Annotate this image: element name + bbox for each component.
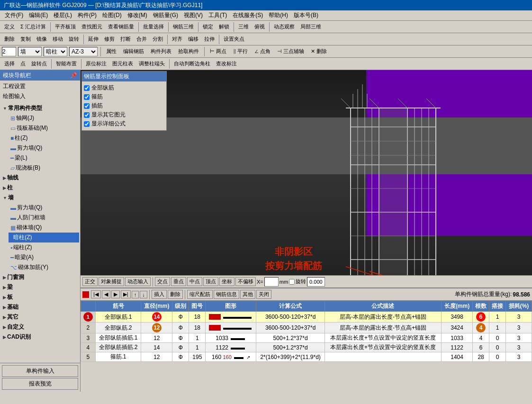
btn-move-down[interactable]: ↓	[140, 291, 147, 298]
menu-modify[interactable]: 修改(M)	[125, 10, 150, 20]
btn-single-element[interactable]: 单构件输入	[2, 365, 78, 377]
btn-midpoint[interactable]: 中点	[187, 277, 202, 286]
btn-rotate[interactable]: 旋转	[66, 34, 81, 44]
btn-other[interactable]: 其他	[240, 290, 255, 299]
btn-adjust-column-end[interactable]: 调整柱端头	[136, 59, 167, 69]
btn-stretch[interactable]: 拉伸	[202, 34, 217, 44]
nav-slab-section[interactable]: ▶ 板	[1, 292, 79, 302]
nav-column[interactable]: ■ 柱(Z)	[9, 133, 79, 143]
nav-column-section[interactable]: ▶ 柱	[1, 183, 79, 193]
table-row[interactable]: 3 全部纵筋插筋.1 12 Ф 1 1033 500+1.2*37*d 本层露出…	[81, 333, 532, 343]
nav-raft-foundation[interactable]: ▭ 筏板基础(M)	[9, 123, 79, 133]
btn-insert[interactable]: 插入	[152, 290, 167, 299]
rotate-checkbox[interactable]	[289, 279, 295, 285]
cb-all-rebar-input[interactable]	[84, 85, 90, 91]
nav-shear-wall-sub[interactable]: ▬ 剪力墙(Q)	[9, 203, 79, 213]
btn-set-grip[interactable]: 设置夹点	[221, 34, 247, 44]
wall-type-select[interactable]: 墙	[18, 47, 42, 56]
cb-show-other-input[interactable]	[84, 112, 90, 118]
nav-axisnet[interactable]: ⊞ 轴网(J)	[9, 113, 79, 123]
menu-element[interactable]: 构件(P)	[75, 10, 99, 20]
btn-mirror[interactable]: 镜像	[34, 34, 49, 44]
btn-smart-place[interactable]: 智能布置	[54, 59, 79, 69]
menu-draw[interactable]: 绘图(D)	[99, 10, 125, 20]
nav-foundation[interactable]: ▶ 基础	[1, 302, 79, 312]
btn-intersection[interactable]: 交点	[155, 277, 170, 286]
btn-rotate-point[interactable]: 旋转点	[29, 59, 49, 69]
btn-break[interactable]: 打断	[118, 34, 133, 44]
btn-property[interactable]: 属性	[104, 46, 119, 56]
table-row[interactable]: 4 全部纵筋插筋.2 14 Ф 1 1122 500+1.2*37*d 本层露出…	[81, 343, 532, 352]
nav-wall-section[interactable]: ▼ 墙	[1, 193, 79, 203]
menu-view[interactable]: 视图(V)	[181, 10, 206, 20]
nav-engineering-settings[interactable]: 工程设置	[1, 81, 79, 91]
nav-axis[interactable]: ▶ 轴线	[1, 173, 79, 183]
btn-define[interactable]: 定义	[2, 22, 17, 32]
btn-remove[interactable]: 删除	[168, 290, 183, 299]
nav-custom[interactable]: ▶ 自定义	[1, 322, 79, 332]
btn-batch-select[interactable]: 批量选择	[141, 22, 166, 32]
table-row[interactable]: 5 箍筋.1 12 Ф 195 160 160 ↗ 2*(160+39	[81, 352, 532, 362]
nav-shear-wall[interactable]: ▬ 剪力墙(Q)	[9, 143, 79, 153]
btn-auto-judge-corner[interactable]: 自动判断边角柱	[171, 59, 213, 69]
menu-help[interactable]: 帮助(H)	[266, 10, 291, 20]
btn-element-list[interactable]: 构件列表	[148, 46, 174, 56]
menu-online[interactable]: 在线服务(S)	[230, 10, 266, 20]
btn-column-table[interactable]: 图元柱表	[110, 59, 135, 69]
nav-beam[interactable]: ━ 梁(L)	[9, 153, 79, 163]
btn-join[interactable]: 合并	[134, 34, 149, 44]
btn-coord-mode[interactable]: 坐标	[219, 277, 234, 286]
btn-trim[interactable]: 修剪	[102, 34, 117, 44]
btn-check-mark[interactable]: 查改标注	[214, 59, 239, 69]
btn-lock[interactable]: 锁定	[200, 22, 216, 32]
cb-stirrup-input[interactable]	[84, 94, 90, 100]
cb-insert-rebar-input[interactable]	[84, 103, 90, 109]
btn-delete-aux[interactable]: ✕ 删除	[308, 46, 329, 56]
nav-civil-defense[interactable]: ▬ 人防门框墙	[9, 213, 79, 223]
btn-delete[interactable]: 删除	[2, 34, 17, 44]
btn-align-slab[interactable]: 平齐板顶	[53, 22, 78, 32]
btn-scale-rebar[interactable]: 缩尺配筋	[187, 290, 213, 299]
menu-file[interactable]: 文件(F)	[2, 10, 26, 20]
element-type-select[interactable]: 暗柱	[44, 47, 67, 56]
btn-point[interactable]: 点	[18, 59, 28, 69]
btn-offset[interactable]: 编移	[186, 34, 201, 44]
nav-masonry-rebar[interactable]: ⌥ 砌体加筋(Y)	[9, 262, 79, 272]
btn-split[interactable]: 分割	[150, 34, 165, 44]
btn-move-up[interactable]: ↑	[132, 291, 139, 298]
btn-first-page[interactable]: |◀	[91, 290, 101, 298]
nav-beam-section[interactable]: ▶ 梁	[1, 282, 79, 292]
menu-floor[interactable]: 楼层(L)	[51, 10, 75, 20]
nav-other[interactable]: ▶ 其它	[1, 312, 79, 322]
btn-local-3d[interactable]: 局部三维	[298, 22, 324, 32]
nav-hidden-beam[interactable]: ━ 暗梁(A)	[9, 252, 79, 262]
cb-show-formula-input[interactable]	[84, 121, 90, 127]
btn-copy[interactable]: 复制	[18, 34, 33, 44]
btn-find[interactable]: 查找图元	[79, 22, 105, 32]
btn-pick-element[interactable]: 拾取构件	[176, 46, 201, 56]
btn-extend[interactable]: 延伸	[86, 34, 101, 44]
menu-edit[interactable]: 编辑(E)	[26, 10, 51, 20]
btn-two-points[interactable]: ⊢ 两点	[207, 46, 229, 56]
btn-no-offset[interactable]: 不偏移	[235, 277, 256, 286]
btn-unlock[interactable]: 解锁	[216, 22, 232, 32]
nav-cast-slab[interactable]: ▱ 现浇板(B)	[9, 163, 79, 173]
btn-top-view[interactable]: 俯视	[252, 22, 267, 32]
btn-move[interactable]: 移动	[50, 34, 65, 44]
nav-end-column[interactable]: ▪ 端柱(Z)	[9, 242, 79, 252]
menu-tools[interactable]: 工具(T)	[206, 10, 230, 20]
nav-common-elements[interactable]: ▼ 常用构件类型	[1, 103, 79, 113]
btn-ortho[interactable]: 正交	[82, 277, 98, 286]
btn-dynamic[interactable]: 动态观察	[271, 22, 297, 32]
nav-masonry-wall[interactable]: ▦ 砌体墙(Q)	[9, 223, 79, 233]
menu-version[interactable]: 版本号(B)	[291, 10, 321, 20]
btn-rebar-3d[interactable]: 钢筋三维	[171, 22, 196, 32]
btn-edit-rebar[interactable]: 编辑钢筋	[121, 46, 146, 56]
floor-input[interactable]: 2	[2, 47, 16, 56]
nav-hidden-column[interactable]: ▪ 暗柱(Z)	[9, 233, 79, 242]
element-id-select[interactable]: AZ-3	[69, 47, 98, 56]
btn-select[interactable]: 选择	[2, 59, 17, 69]
btn-prev-page[interactable]: ◀	[102, 290, 110, 298]
btn-next-page[interactable]: ▶	[111, 290, 120, 298]
btn-dynamic-input[interactable]: 动态输入	[125, 277, 151, 286]
